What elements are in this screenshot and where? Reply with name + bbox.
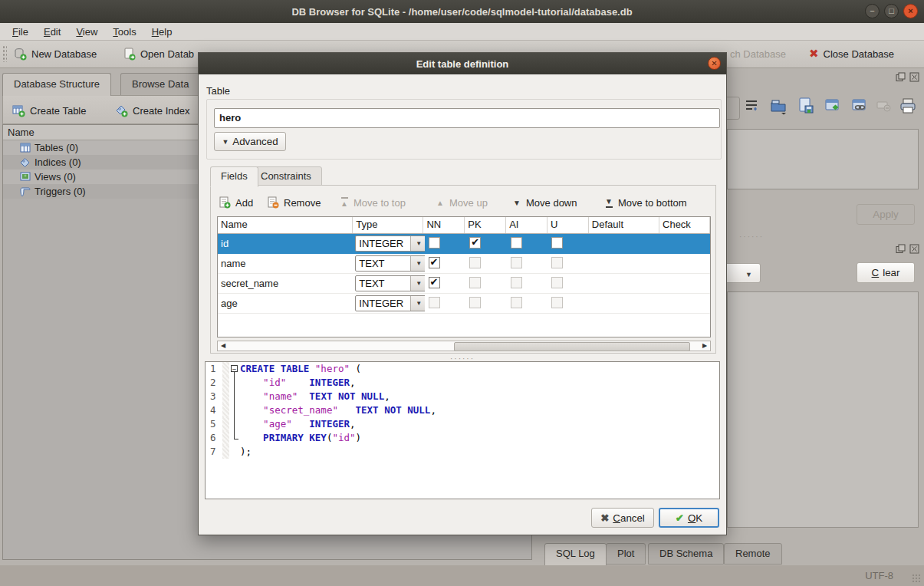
- move-down-button[interactable]: ▼ Move down: [512, 193, 577, 212]
- open-external-icon[interactable]: [824, 97, 843, 117]
- resize-grip[interactable]: [912, 574, 921, 583]
- scroll-right-icon[interactable]: ▶: [699, 341, 710, 351]
- type-select[interactable]: INTEGER▼: [355, 235, 424, 252]
- column-header-name[interactable]: Name: [218, 217, 353, 233]
- nn-checkbox[interactable]: ✔: [429, 257, 440, 268]
- word-wrap-icon[interactable]: [743, 97, 763, 117]
- menu-bar: File Edit View Tools Help: [0, 23, 924, 41]
- pk-checkbox[interactable]: ✔: [469, 297, 481, 308]
- sql-preview-editor[interactable]: 1CREATE TABLE "hero" (2 "id" INTEGER,3 "…: [205, 361, 720, 499]
- app-window: DB Browser for SQLite - /home/user/code/…: [0, 0, 924, 586]
- column-header-ai[interactable]: AI: [506, 217, 547, 233]
- import-blob-icon[interactable]: [769, 97, 789, 117]
- table-name-input[interactable]: hero: [214, 108, 720, 128]
- column-header-u[interactable]: U: [547, 217, 589, 233]
- cancel-icon: ✖: [600, 512, 609, 524]
- new-database-button[interactable]: New Database: [14, 44, 97, 63]
- ai-checkbox[interactable]: ✔: [511, 297, 522, 308]
- tab-database-structure[interactable]: Database Structure: [2, 73, 111, 96]
- move-up-button[interactable]: ▲ Move up: [436, 193, 488, 212]
- move-down-icon: ▼: [512, 199, 521, 207]
- maximize-button[interactable]: □: [884, 4, 899, 18]
- ok-button[interactable]: ✔ OK: [659, 508, 719, 528]
- export-blob-icon[interactable]: [797, 97, 817, 117]
- remove-field-button[interactable]: Remove: [267, 193, 321, 212]
- nn-checkbox[interactable]: ✔: [429, 277, 440, 288]
- menu-edit[interactable]: Edit: [36, 25, 68, 39]
- ai-checkbox[interactable]: ✔: [511, 257, 522, 268]
- column-header-nn[interactable]: NN: [423, 217, 465, 233]
- dialog-title: Edit table definition: [416, 58, 509, 70]
- tab-fields[interactable]: Fields: [210, 166, 258, 187]
- move-to-bottom-icon: ▼: [604, 197, 613, 208]
- scrollbar-thumb[interactable]: [454, 342, 690, 351]
- scroll-left-icon[interactable]: ◀: [218, 341, 229, 351]
- pk-checkbox[interactable]: ✔: [469, 237, 481, 249]
- apply-cell-button[interactable]: Apply: [857, 204, 915, 225]
- dock-close-button[interactable]: [909, 72, 919, 82]
- create-table-button[interactable]: Create Table: [12, 101, 86, 120]
- minimize-button[interactable]: −: [865, 4, 880, 18]
- dialog-close-button[interactable]: ✕: [708, 57, 721, 70]
- menu-view[interactable]: View: [68, 25, 105, 39]
- ai-checkbox[interactable]: ✔: [511, 237, 522, 249]
- dock-float-button[interactable]: [896, 244, 906, 254]
- fields-table-header: Name Type NN PK AI U Default Check: [218, 217, 710, 234]
- tables-icon: [20, 143, 31, 153]
- sql-log-area[interactable]: [727, 291, 919, 528]
- pk-checkbox[interactable]: ✔: [469, 257, 481, 268]
- print-icon[interactable]: [899, 97, 919, 117]
- field-row-age[interactable]: age INTEGER▼ ✔ ✔ ✔ ✔: [218, 294, 710, 314]
- tab-db-schema[interactable]: DB Schema: [648, 543, 724, 565]
- nn-checkbox[interactable]: ✔: [429, 237, 440, 249]
- u-checkbox[interactable]: ✔: [551, 297, 563, 308]
- open-database-button[interactable]: Open Datab: [123, 44, 194, 63]
- field-row-name[interactable]: name TEXT▼ ✔ ✔ ✔ ✔: [218, 254, 710, 274]
- ai-checkbox[interactable]: ✔: [511, 277, 522, 288]
- nn-checkbox[interactable]: ✔: [429, 297, 440, 308]
- attach-database-button[interactable]: ch Database: [730, 44, 786, 63]
- column-header-type[interactable]: Type: [353, 217, 423, 233]
- close-database-button[interactable]: ✖ Close Database: [809, 44, 894, 63]
- type-select[interactable]: TEXT▼: [355, 275, 424, 291]
- tab-constraints[interactable]: Constraints: [250, 166, 322, 186]
- column-header-default[interactable]: Default: [589, 217, 659, 233]
- field-row-id[interactable]: id INTEGER▼ ✔ ✔ ✔ ✔: [218, 234, 710, 254]
- move-to-bottom-button[interactable]: ▼ Move to bottom: [604, 193, 687, 212]
- cell-editor-area[interactable]: [727, 129, 919, 189]
- encoding-label: UTF-8: [865, 570, 893, 581]
- menu-tools[interactable]: Tools: [105, 25, 143, 39]
- create-index-button[interactable]: Create Index: [115, 101, 189, 120]
- advanced-button[interactable]: ▼ Advanced: [214, 132, 286, 151]
- add-field-button[interactable]: Add: [219, 193, 253, 212]
- dock-close-button[interactable]: [909, 244, 919, 254]
- move-to-top-button[interactable]: ▲ Move to top: [340, 193, 406, 212]
- window-title: DB Browser for SQLite - /home/user/code/…: [291, 6, 632, 18]
- type-select[interactable]: TEXT▼: [355, 255, 424, 272]
- tab-sql-log[interactable]: SQL Log: [544, 543, 607, 566]
- window-titlebar[interactable]: DB Browser for SQLite - /home/user/code/…: [0, 0, 924, 24]
- dock-float-button[interactable]: [896, 72, 906, 82]
- toolbar-grip[interactable]: [2, 45, 7, 62]
- tab-remote[interactable]: Remote: [724, 543, 782, 565]
- fields-horizontal-scrollbar[interactable]: ◀ ▶: [217, 341, 711, 351]
- u-checkbox[interactable]: ✔: [551, 237, 563, 249]
- indices-icon: [20, 157, 31, 167]
- u-checkbox[interactable]: ✔: [551, 257, 563, 268]
- pk-checkbox[interactable]: ✔: [469, 277, 481, 288]
- clear-log-button[interactable]: Clear: [857, 262, 915, 283]
- u-checkbox[interactable]: ✔: [551, 277, 563, 288]
- field-row-secret-name[interactable]: secret_name TEXT▼ ✔ ✔ ✔ ✔: [218, 274, 710, 294]
- set-null-icon[interactable]: [875, 97, 895, 117]
- close-window-button[interactable]: ×: [903, 4, 918, 18]
- dialog-titlebar[interactable]: Edit table definition ✕: [199, 53, 726, 74]
- cancel-button[interactable]: ✖ Cancel: [591, 508, 654, 528]
- type-select[interactable]: INTEGER▼: [355, 295, 424, 311]
- column-header-check[interactable]: Check: [659, 217, 710, 233]
- tab-browse-data[interactable]: Browse Data: [120, 73, 200, 95]
- column-header-pk[interactable]: PK: [465, 217, 506, 233]
- menu-help[interactable]: Help: [144, 25, 180, 39]
- menu-file[interactable]: File: [5, 25, 36, 39]
- tab-plot[interactable]: Plot: [606, 543, 646, 565]
- link-icon[interactable]: [850, 97, 870, 117]
